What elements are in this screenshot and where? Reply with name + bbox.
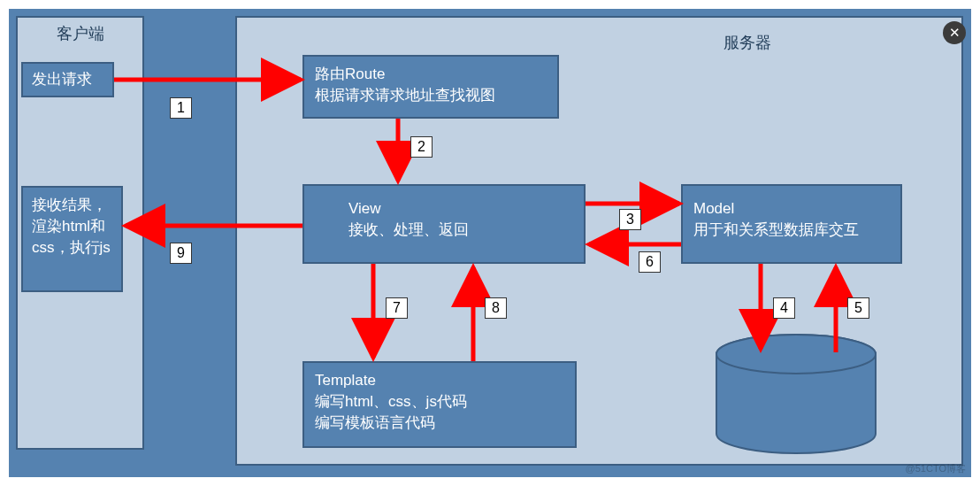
step-5: 5 <box>847 297 869 319</box>
node-model: Model 用于和关系型数据库交互 <box>681 184 902 264</box>
db-line2: 数据库 <box>743 402 849 423</box>
node-route: 路由Route 根据请求请求地址查找视图 <box>302 55 559 119</box>
route-title: 路由Route <box>315 64 547 85</box>
node-client-request: 发出请求 <box>21 62 114 97</box>
node-template: Template 编写html、css、js代码 编写模板语言代码 <box>302 361 577 448</box>
step-6: 6 <box>639 251 661 273</box>
client-request-text: 发出请求 <box>32 71 92 88</box>
step-1: 1 <box>170 97 192 119</box>
diagram-canvas: ✕ 客户端 服务器 发出请求 接收结果，渲染html和css，执行js 路由Ro… <box>9 9 971 477</box>
template-line2: 编写模板语言代码 <box>315 413 564 434</box>
step-9: 9 <box>170 243 192 264</box>
server-panel-title: 服务器 <box>724 32 771 53</box>
template-line1: 编写html、css、js代码 <box>315 391 564 413</box>
step-7: 7 <box>386 297 408 319</box>
view-title: View <box>348 198 573 220</box>
model-desc: 用于和关系型数据库交互 <box>693 220 890 241</box>
step-3: 3 <box>619 209 641 230</box>
node-db: 关系型 数据库 <box>743 381 849 423</box>
client-receive-text: 接收结果，渲染html和css，执行js <box>32 197 111 256</box>
node-client-receive: 接收结果，渲染html和css，执行js <box>21 186 123 292</box>
node-view: View 接收、处理、返回 <box>302 184 586 264</box>
step-4: 4 <box>773 297 795 319</box>
db-line1: 关系型 <box>743 381 849 402</box>
close-icon[interactable]: ✕ <box>943 21 966 44</box>
step-8: 8 <box>485 297 507 319</box>
template-title: Template <box>315 370 564 391</box>
view-desc: 接收、处理、返回 <box>348 220 573 241</box>
watermark: @51CTO博客 <box>906 462 966 475</box>
route-desc: 根据请求请求地址查找视图 <box>315 85 547 106</box>
model-title: Model <box>693 198 890 220</box>
client-panel-title: 客户端 <box>18 23 142 44</box>
step-2: 2 <box>410 136 433 158</box>
